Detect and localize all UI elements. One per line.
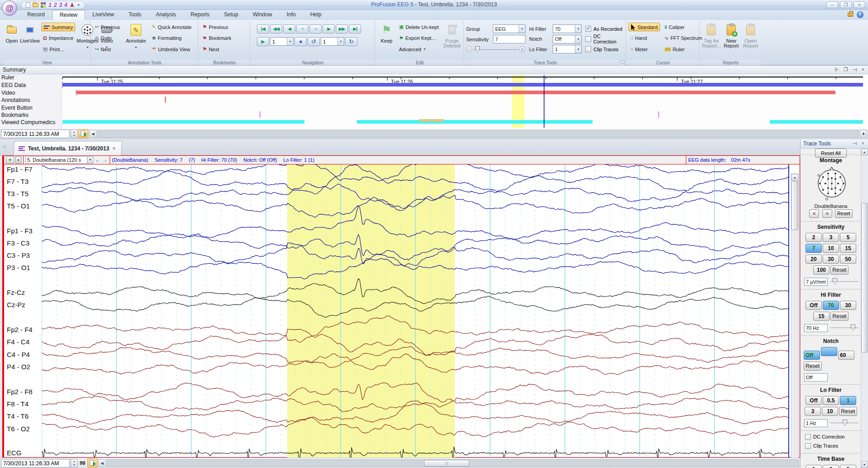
lo-filter-value-field[interactable]: 1 Hz bbox=[804, 419, 828, 427]
channel-label-c3-p3[interactable]: C3 - P3 bbox=[7, 251, 30, 259]
slider-thumb[interactable] bbox=[475, 46, 480, 53]
sync-toggle-icon[interactable] bbox=[78, 129, 88, 138]
ribbon-tab-window[interactable]: Window bbox=[246, 10, 280, 20]
sensitivity-3-button[interactable]: 3 bbox=[823, 233, 839, 242]
purge-deleted-button[interactable]: PurgeDeleted bbox=[442, 22, 462, 54]
lo-filter-combo[interactable]: 1▼ bbox=[553, 45, 582, 53]
nav-last-button[interactable]: ▶| bbox=[349, 24, 361, 34]
channel-label-f4-c4[interactable]: F4 - C4 bbox=[7, 338, 29, 346]
channel-label-fp1-f3[interactable]: Fp1 - F3 bbox=[7, 227, 33, 235]
hi-filter-combo[interactable]: 70▼ bbox=[553, 24, 582, 33]
summary-datetime-field[interactable]: 7/30/2013 11:26:33 AM bbox=[1, 130, 70, 138]
sensitivity-100-button[interactable]: 100 bbox=[813, 265, 829, 275]
channel-label-f8-t4[interactable]: F8 - T4 bbox=[7, 400, 29, 408]
eeg-vertical-scrollbar[interactable]: ▲ ▼ bbox=[791, 174, 799, 465]
eeg-trace-area[interactable]: Fp1 - F7F7 - T3T3 - T5T5 - O1Fp1 - F3F3 … bbox=[4, 164, 800, 457]
annotation-previous-button[interactable]: ↩Previous bbox=[93, 23, 122, 31]
add-trace-icon[interactable]: + bbox=[6, 156, 14, 164]
channel-label-c4-p4[interactable]: C4 - P4 bbox=[7, 351, 30, 358]
pin-icon[interactable]: ⊤ bbox=[852, 68, 858, 72]
notch-reset-button[interactable]: Reset bbox=[804, 362, 822, 371]
lo-filter-05-button[interactable]: 0.5 bbox=[823, 396, 839, 405]
ribbon-tab-tools[interactable]: Tools bbox=[121, 10, 149, 20]
print-button[interactable]: ▤Print... bbox=[41, 45, 75, 53]
ribbon-tab-liveview[interactable]: LiveView bbox=[85, 10, 121, 20]
ribbon-tab-review[interactable]: Review bbox=[52, 10, 85, 20]
hi-filter-15-button[interactable]: 15 bbox=[813, 312, 829, 321]
ribbon-tab-info[interactable]: Info bbox=[280, 10, 303, 20]
channel-label-fp2-f8[interactable]: Fp2 - F8 bbox=[7, 388, 33, 396]
bookmark-previous-button[interactable]: ⚑Previous bbox=[201, 23, 233, 31]
cursor-standard-button[interactable]: Standard bbox=[628, 23, 660, 31]
panel-scroll-thumb[interactable] bbox=[861, 203, 868, 352]
channel-label-fz-cz[interactable]: Fz-Cz bbox=[7, 289, 25, 296]
channel-label-p3-o1[interactable]: P3 - O1 bbox=[7, 264, 30, 271]
as-recorded-checkbox[interactable]: As Recorded bbox=[585, 24, 624, 33]
status-datetime-spinner[interactable]: ▲▼ bbox=[71, 459, 77, 468]
umbrella-view-button[interactable]: ☂Umbrella View bbox=[150, 45, 193, 53]
channel-label-t6-o2[interactable]: T6 - O2 bbox=[7, 425, 30, 433]
liveview-button[interactable]: LiveView bbox=[20, 22, 40, 54]
hi-filter-slider[interactable] bbox=[829, 323, 860, 333]
notch-60-button[interactable]: 60 bbox=[838, 351, 854, 360]
new-report-button[interactable]: +NewReport bbox=[722, 22, 741, 54]
time-base-1-button[interactable]: 1 bbox=[805, 465, 822, 468]
clip-traces-checkbox[interactable]: Clip Traces bbox=[585, 45, 624, 53]
app-logo-icon[interactable]: @ bbox=[2, 0, 17, 16]
channel-label-t3-t5[interactable]: T3 - T5 bbox=[7, 190, 29, 198]
panel-scrollbar[interactable]: ▲ ▼ bbox=[861, 149, 868, 468]
delete-unkept-button[interactable]: ▣Delete Un-kept bbox=[397, 23, 441, 31]
lo-filter-3-button[interactable]: 3 bbox=[805, 407, 821, 416]
nav-step-forward-button[interactable]: › bbox=[309, 24, 322, 34]
sensitivity-reset-button[interactable]: Reset bbox=[830, 265, 849, 275]
sensitivity-50-button[interactable]: 50 bbox=[840, 255, 856, 264]
repeat-combo[interactable]: 1▼ bbox=[321, 37, 344, 46]
slider-minus-icon[interactable]: − bbox=[466, 46, 472, 52]
notch-combo[interactable]: Off▼ bbox=[553, 35, 582, 43]
hi-filter-30-button[interactable]: 30 bbox=[840, 301, 856, 310]
tab-scroll-left-icon[interactable]: ◁ bbox=[2, 144, 5, 150]
ribbon-tab-help[interactable]: Help bbox=[303, 10, 329, 20]
ribbon-tab-reports[interactable]: Reports bbox=[183, 10, 217, 20]
nav-rewind-button[interactable]: ◀◀ bbox=[270, 24, 282, 34]
maximize-button[interactable]: ❐ bbox=[840, 1, 852, 8]
ribbon-tab-record[interactable]: Record bbox=[20, 10, 52, 20]
notch-off-button[interactable]: Off bbox=[804, 351, 820, 360]
channel-label-fp2-f4[interactable]: Fp2 - F4 bbox=[7, 326, 33, 333]
notch-value-field[interactable]: Off bbox=[804, 373, 828, 381]
page-step-combo[interactable]: 1▼ bbox=[270, 37, 294, 46]
panel-dc-correction-checkbox[interactable]: DC Correction bbox=[801, 432, 860, 441]
cursor-ruler-button[interactable]: Ruler bbox=[663, 45, 704, 53]
lock-icon[interactable] bbox=[848, 13, 853, 17]
summary-close-icon[interactable]: × bbox=[862, 67, 864, 72]
tab-close-icon[interactable]: × bbox=[112, 145, 116, 152]
sensitivity-10-button[interactable]: 10 bbox=[823, 244, 839, 253]
hi-filter-reset-button[interactable]: Reset bbox=[830, 312, 849, 321]
summary-timeline-graphic[interactable]: Tue 11:25Tue 11:26Tue 11:27 bbox=[0, 74, 868, 129]
datetime-spinner[interactable]: ▲▼ bbox=[71, 130, 77, 138]
group-combo[interactable]: EEG▼ bbox=[493, 24, 526, 33]
sensitivity-panel-slider[interactable] bbox=[829, 277, 860, 286]
stop-button[interactable]: ■ bbox=[294, 37, 307, 46]
document-tab[interactable]: Test, Umbrella. 1234 - 7/30/2013 × bbox=[13, 141, 122, 155]
panel-pin-icon[interactable]: ⊤ bbox=[852, 141, 858, 146]
sensitivity-slider[interactable]: − + bbox=[466, 45, 525, 53]
ribbon-tab-setup[interactable]: Setup bbox=[217, 10, 246, 20]
sensitivity-2-button[interactable]: 2 bbox=[805, 233, 822, 242]
lo-filter-reset-button[interactable]: Reset bbox=[839, 407, 857, 416]
hscroll-thumb[interactable] bbox=[424, 460, 469, 467]
nav-first-button[interactable]: |◀ bbox=[257, 24, 269, 34]
ribbon-tab-analysis[interactable]: Analysis bbox=[149, 10, 183, 20]
summary-scroll-left-icon[interactable]: ◀ bbox=[89, 130, 96, 138]
panel-close-icon[interactable]: × bbox=[862, 140, 864, 146]
sensitivity-15-button[interactable]: 15 bbox=[840, 244, 856, 253]
sensitivity-30-button[interactable]: 30 bbox=[823, 255, 839, 264]
channel-label-f7-t3[interactable]: F7 - T3 bbox=[7, 178, 29, 185]
panel-clip-traces-checkbox[interactable]: Clip Traces bbox=[801, 441, 860, 450]
time-base-5-button[interactable]: 5 bbox=[840, 465, 856, 468]
lo-filter-10-button[interactable]: 10 bbox=[822, 407, 838, 416]
close-button[interactable]: × bbox=[854, 1, 865, 8]
slider-plus-icon[interactable]: + bbox=[519, 46, 525, 52]
cursor-caliper-button[interactable]: ‖Caliper bbox=[663, 23, 704, 31]
channel-label-cz-pz[interactable]: Cz-Pz bbox=[7, 301, 25, 309]
